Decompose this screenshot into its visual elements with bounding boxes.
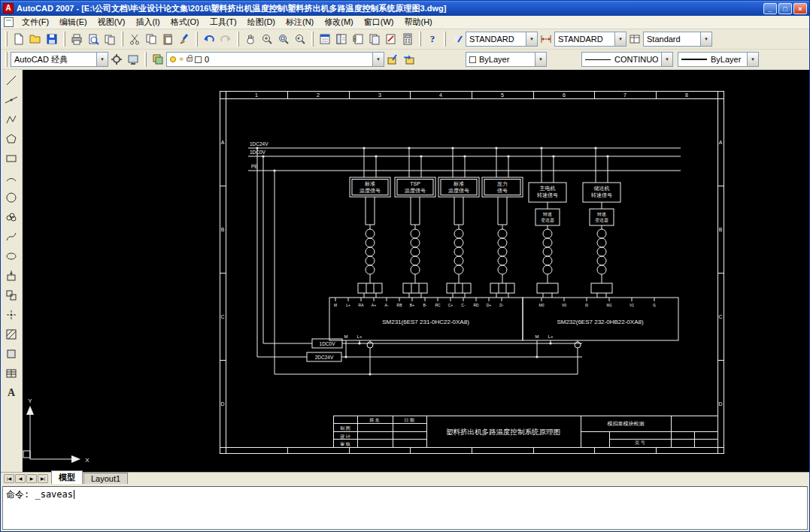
toolbar-grip[interactable] — [121, 32, 123, 47]
cut-button[interactable] — [126, 31, 143, 47]
toolbar-grip[interactable] — [419, 32, 421, 47]
toolbar-grip[interactable] — [444, 32, 446, 47]
plot-preview-button[interactable] — [85, 31, 102, 47]
dropdown-arrow-icon[interactable] — [96, 53, 108, 66]
toolbar-grip[interactable] — [196, 32, 198, 47]
match-properties-button[interactable] — [176, 31, 193, 47]
dropdown-arrow-icon[interactable] — [661, 53, 672, 66]
tab-layout1[interactable]: Layout1 — [83, 473, 128, 484]
quickcalc-button[interactable] — [399, 31, 416, 47]
sheet-set-manager-button[interactable] — [366, 31, 383, 47]
zoom-previous-button[interactable] — [292, 31, 308, 47]
markup-set-manager-button[interactable] — [383, 31, 399, 47]
copy-button[interactable] — [143, 31, 159, 47]
region-tool[interactable] — [2, 345, 20, 363]
polyline-tool[interactable] — [2, 110, 20, 128]
command-window[interactable]: 命令: _saveas — [2, 486, 808, 530]
publish-button[interactable] — [102, 31, 118, 47]
circle-tool[interactable] — [2, 189, 20, 207]
ellipse-tool[interactable] — [2, 247, 20, 265]
mtext-tool[interactable]: A — [2, 384, 20, 402]
linetype-dropdown[interactable]: CONTINUOUS — [581, 52, 673, 67]
dim-style-dropdown[interactable]: STANDARD — [554, 32, 626, 47]
toolbar-grip[interactable] — [237, 32, 239, 47]
workspace-dropdown[interactable]: AutoCAD 经典 — [11, 52, 108, 67]
revision-cloud-tool[interactable] — [2, 208, 20, 226]
make-object-layer-current-button[interactable] — [384, 51, 401, 68]
table-style-icon[interactable] — [626, 31, 643, 47]
paste-button[interactable] — [159, 31, 176, 47]
construction-line-tool[interactable] — [2, 91, 20, 109]
table-tool[interactable] — [2, 364, 20, 382]
menu-insert[interactable]: 插入(I) — [130, 15, 165, 29]
arc-tool[interactable] — [2, 169, 20, 187]
dropdown-arrow-icon[interactable] — [747, 53, 758, 66]
layer-thaw-sun-icon[interactable]: ☀ — [178, 56, 184, 63]
undo-button[interactable] — [201, 31, 217, 47]
dropdown-arrow-icon[interactable] — [372, 53, 384, 66]
tab-prev-button[interactable]: ◀ — [15, 474, 26, 483]
menu-draw[interactable]: 绘图(D) — [242, 15, 281, 29]
menu-dimension[interactable]: 标注(N) — [281, 15, 319, 29]
open-button[interactable] — [27, 31, 44, 47]
my-workspace-button[interactable] — [125, 51, 141, 68]
toolbar-grip[interactable] — [144, 52, 147, 67]
redo-button[interactable] — [217, 31, 234, 47]
properties-button[interactable] — [317, 31, 333, 47]
toolbar-grip[interactable] — [5, 52, 8, 67]
insert-block-tool[interactable] — [2, 267, 20, 285]
menu-help[interactable]: 帮助(H) — [399, 15, 438, 29]
rectangle-tool[interactable] — [2, 150, 20, 168]
dropdown-arrow-icon[interactable] — [614, 32, 626, 46]
layer-unlock-icon[interactable] — [187, 57, 193, 62]
workspace-settings-button[interactable] — [108, 51, 125, 68]
close-button[interactable]: × — [793, 3, 807, 14]
designcenter-button[interactable] — [333, 31, 350, 47]
toolbar-grip[interactable] — [5, 32, 8, 47]
menu-file[interactable]: 文件(F) — [17, 15, 54, 29]
dropdown-arrow-icon[interactable] — [526, 32, 537, 46]
save-button[interactable] — [44, 31, 60, 47]
zoom-window-button[interactable] — [275, 31, 292, 47]
help-button[interactable]: ? — [424, 31, 441, 47]
zoom-realtime-button[interactable] — [259, 31, 275, 47]
tab-last-button[interactable]: ▶| — [38, 474, 48, 483]
table-style-dropdown[interactable]: Standard — [643, 32, 712, 47]
line-tool[interactable] — [2, 71, 20, 89]
layer-dropdown[interactable]: ☀ 0 — [166, 52, 384, 67]
dim-style-icon[interactable] — [538, 31, 554, 47]
tool-palettes-button[interactable] — [350, 31, 366, 47]
minimize-button[interactable]: _ — [763, 3, 777, 14]
toolbar-grip[interactable] — [311, 32, 314, 47]
maximize-button[interactable]: □ — [778, 3, 792, 14]
pan-button[interactable] — [242, 31, 259, 47]
spline-tool[interactable] — [2, 228, 20, 246]
menu-format[interactable]: 格式(O) — [165, 15, 205, 29]
dropdown-arrow-icon[interactable] — [700, 32, 711, 46]
new-button[interactable] — [11, 31, 27, 47]
menu-view[interactable]: 视图(V) — [93, 15, 131, 29]
color-dropdown[interactable]: ByLayer — [466, 52, 547, 67]
hatch-tool[interactable] — [2, 325, 20, 343]
dropdown-arrow-icon[interactable] — [535, 53, 546, 66]
svg-text:温度信号: 温度信号 — [405, 188, 426, 194]
make-block-tool[interactable] — [2, 286, 20, 304]
tab-model[interactable]: 模型 — [51, 470, 83, 484]
menu-tools[interactable]: 工具(T) — [205, 15, 242, 29]
drawing-canvas[interactable]: 1 2 3 4 5 6 7 8 A B C D A B C D — [23, 70, 809, 472]
point-tool[interactable] — [2, 306, 20, 324]
text-style-icon[interactable]: A — [449, 31, 466, 47]
toolbar-grip[interactable] — [63, 32, 65, 47]
layer-on-bulb-icon[interactable] — [170, 56, 176, 62]
text-style-dropdown[interactable]: STANDARD — [466, 32, 538, 47]
layer-previous-button[interactable] — [401, 51, 417, 68]
plot-button[interactable] — [68, 31, 85, 47]
layer-properties-button[interactable] — [150, 51, 166, 68]
polygon-tool[interactable] — [2, 130, 20, 148]
lineweight-dropdown[interactable]: ByLayer — [678, 52, 759, 67]
menu-window[interactable]: 窗口(W) — [359, 15, 399, 29]
menu-modify[interactable]: 修改(M) — [319, 15, 359, 29]
tab-first-button[interactable]: |◀ — [4, 474, 14, 483]
menu-edit[interactable]: 编辑(E) — [54, 15, 93, 29]
tab-next-button[interactable]: ▶ — [26, 474, 37, 483]
